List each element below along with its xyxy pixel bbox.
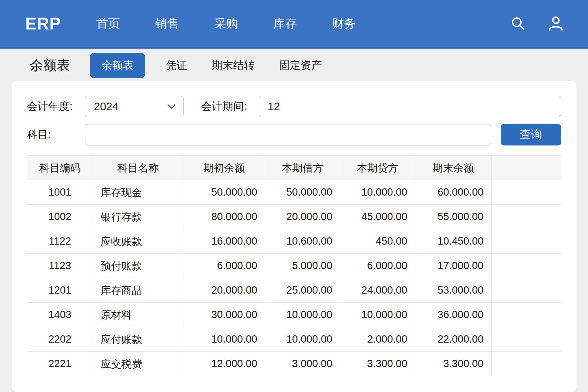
table-cell: 10.450.00: [415, 229, 492, 254]
table-cell: 应交税费: [93, 352, 183, 376]
table-cell: 2221: [27, 352, 93, 376]
table-cell: [492, 229, 561, 254]
table-cell: 1123: [27, 254, 93, 278]
balance-table: 科目编码科目名称期初余额本期借方本期贷方期末余额 1001库存现金50.000.…: [27, 155, 561, 376]
table-cell: 30.000.00: [183, 303, 265, 327]
query-button[interactable]: 查询: [501, 124, 561, 145]
table-cell: [492, 352, 561, 376]
table-cell: 应收账款: [93, 229, 183, 254]
table-cell: 10.000.00: [183, 327, 265, 352]
table-row: 2202应付账款10.000.0010.000.002.000.0022.000…: [27, 327, 561, 352]
top-nav: ERP 首页销售采购库存财务: [0, 0, 588, 49]
table-row: 1201库存商品20.000.0025.000.0024.000.0053.00…: [27, 278, 561, 303]
table-cell: 25.000.00: [265, 278, 340, 303]
table-row: 1002银行存款80.000.0020.000.0045.000.0055.00…: [27, 205, 561, 229]
table-cell: 10.600.00: [265, 229, 340, 254]
table-cell: 53.000.00: [415, 278, 492, 303]
table-row: 1403原材料30.000.0010.000.0010.000.0036.000…: [27, 303, 561, 327]
table-body: 1001库存现金50.000.0050.000.0010.000.0060.00…: [27, 180, 561, 376]
tab-fixed-assets[interactable]: 固定资产: [275, 53, 326, 78]
table-cell: 1122: [27, 229, 93, 254]
table-cell: 1403: [27, 303, 93, 327]
table-cell: 55.000.00: [415, 205, 492, 229]
column-header: 期初余额: [183, 156, 265, 180]
table-cell: [492, 327, 561, 352]
chevron-down-icon: [167, 103, 176, 110]
table-cell: 1201: [27, 278, 93, 303]
fiscal-year-select[interactable]: 2024: [85, 96, 184, 117]
table-row: 1123预付账款6.000.005.000.006.000.0017.000.0…: [27, 254, 561, 278]
column-header: 科目编码: [27, 156, 93, 180]
search-icon[interactable]: [510, 16, 526, 32]
table-cell: 10.000.00: [265, 303, 340, 327]
subject-input[interactable]: [85, 124, 491, 145]
nav-menu: 首页销售采购库存财务: [96, 16, 356, 32]
nav-item-purchase[interactable]: 采购: [214, 16, 238, 32]
table-cell: [492, 254, 561, 278]
title-row: 余额表 余额表凭证期末结转固定资产: [0, 49, 588, 81]
table-cell: 10.000.00: [340, 303, 415, 327]
table-cell: 20.000.00: [265, 205, 340, 229]
tab-bar: 余额表凭证期末结转固定资产: [90, 53, 326, 78]
table-cell: 36.000.00: [415, 303, 492, 327]
table-cell: [492, 180, 561, 205]
column-header: 本期贷方: [340, 156, 415, 180]
period-label: 会计期间:: [201, 99, 259, 114]
table-cell: 5.000.00: [265, 254, 340, 278]
table-cell: 应付账款: [93, 327, 183, 352]
app-logo: ERP: [25, 14, 61, 33]
table-cell: 17.000.00: [415, 254, 492, 278]
table-cell: 450.00: [340, 229, 415, 254]
table-cell: 预付账款: [93, 254, 183, 278]
table-cell: 6.000.00: [183, 254, 265, 278]
column-header: [492, 156, 561, 180]
tab-period-end[interactable]: 期末结转: [208, 53, 258, 78]
table-cell: 50.000.00: [183, 180, 265, 205]
table-cell: 12.000.00: [183, 352, 265, 376]
column-header: 本期借方: [265, 156, 340, 180]
table-cell: 10.000.00: [340, 180, 415, 205]
table-cell: 3.000.00: [265, 352, 340, 376]
table-cell: 6.000.00: [340, 254, 415, 278]
table-cell: 库存商品: [93, 278, 183, 303]
table-cell: 1001: [27, 180, 93, 205]
tab-balance[interactable]: 余额表: [90, 53, 145, 78]
table-cell: 22.000.00: [415, 327, 492, 352]
table-cell: [492, 205, 561, 229]
nav-item-sales[interactable]: 销售: [155, 16, 179, 32]
table-cell: 60.000.00: [415, 180, 492, 205]
table-cell: 2.000.00: [340, 327, 415, 352]
table-cell: 16.000.00: [183, 229, 265, 254]
table-cell: 银行存款: [93, 205, 183, 229]
table-cell: 45.000.00: [340, 205, 415, 229]
table-cell: 2202: [27, 327, 93, 352]
nav-item-inventory[interactable]: 库存: [273, 16, 297, 32]
filter-row-1: 会计年度: 2024 会计期间:: [27, 96, 561, 117]
table-cell: 1002: [27, 205, 93, 229]
table-cell: [492, 278, 561, 303]
content-card: 会计年度: 2024 会计期间: 科目: 查询 科目编码科目名称期初余额本期借方…: [11, 81, 577, 392]
table-cell: 24.000.00: [340, 278, 415, 303]
filter-row-2: 科目: 查询: [27, 124, 561, 145]
subject-label: 科目:: [27, 127, 85, 142]
table-row: 1122应收账款16.000.0010.600.00450.0010.450.0…: [27, 229, 561, 254]
fiscal-year-value: 2024: [94, 100, 119, 113]
period-input[interactable]: [259, 96, 561, 117]
table-cell: 80.000.00: [183, 205, 265, 229]
nav-icons: [510, 15, 564, 32]
table-cell: 库存现金: [93, 180, 183, 205]
table-header-row: 科目编码科目名称期初余额本期借方本期贷方期末余额: [27, 156, 561, 180]
page-title: 余额表: [30, 56, 70, 74]
nav-item-finance[interactable]: 财务: [332, 16, 356, 32]
tab-voucher[interactable]: 凭证: [162, 53, 191, 78]
table-cell: [492, 303, 561, 327]
column-header: 科目名称: [93, 156, 183, 180]
user-icon[interactable]: [547, 15, 564, 32]
table-cell: 3.300.00: [340, 352, 415, 376]
table-cell: 原材料: [93, 303, 183, 327]
table-cell: 10.000.00: [265, 327, 340, 352]
fiscal-year-label: 会计年度:: [27, 99, 85, 114]
table-cell: 50.000.00: [265, 180, 340, 205]
nav-item-home[interactable]: 首页: [96, 16, 120, 32]
table-wrap: 科目编码科目名称期初余额本期借方本期贷方期末余额 1001库存现金50.000.…: [27, 155, 561, 376]
